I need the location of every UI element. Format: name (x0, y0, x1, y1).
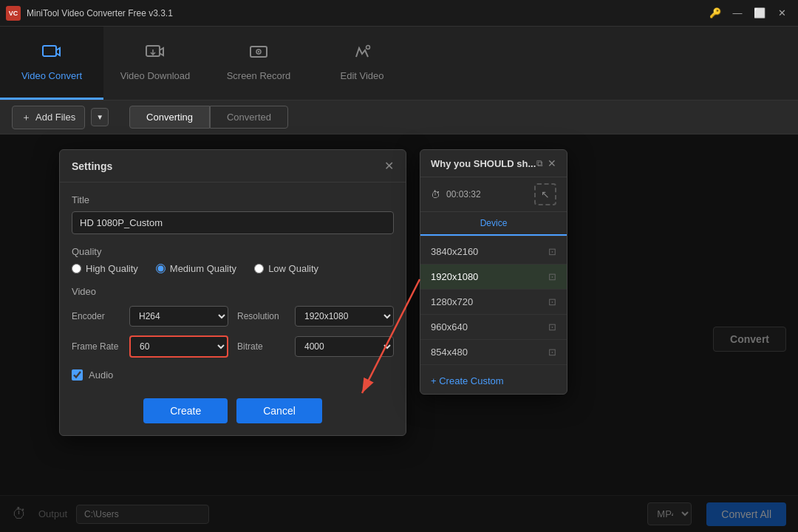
resolution-1080p-edit-icon[interactable]: ⊡ (548, 271, 556, 282)
resolution-item-640[interactable]: 960x640 ⊡ (420, 315, 567, 340)
quality-section: Quality High Quality Medium Quality Low … (72, 246, 394, 274)
encoder-select[interactable]: H264 (129, 306, 228, 327)
app-logo: VC (6, 6, 21, 21)
close-btn[interactable]: ✕ (771, 4, 792, 22)
nav-video-download-label: Video Download (120, 70, 190, 81)
toolbar: ＋ Add Files ▼ Converting Converted (0, 100, 798, 134)
resolution-4k-edit-icon[interactable]: ⊡ (548, 246, 556, 257)
tab-group: Converting Converted (129, 106, 288, 129)
cursor-icon: ↖ (541, 188, 550, 200)
format-panel-title: Why you SHOULD sh... (431, 158, 536, 169)
video-section-title: Video (72, 286, 394, 297)
bitrate-select[interactable]: 4000 (295, 336, 394, 357)
quality-high-option[interactable]: High Quality (72, 263, 138, 274)
svg-point-5 (366, 45, 370, 49)
format-tab-device[interactable]: Device (420, 212, 567, 236)
dialog-buttons: Create Cancel (72, 392, 394, 423)
resolution-720p-label: 1280x720 (431, 296, 473, 307)
resolution-list: 3840x2160 ⊡ 1920x1080 ⊡ 1280x720 ⊡ 960x6… (420, 236, 567, 368)
format-panel-close-button[interactable]: ✕ (548, 157, 556, 169)
format-panel-header: Why you SHOULD sh... ⧉ ✕ (420, 150, 567, 177)
resolution-4k-label: 3840x2160 (431, 246, 478, 257)
key-icon-btn[interactable]: 🔑 (705, 4, 726, 22)
duration-text: 00:03:32 (446, 189, 481, 200)
add-files-plus-icon: ＋ (21, 111, 31, 124)
nav-screen-record-label: Screen Record (227, 70, 291, 81)
nav-screen-record-icon (248, 44, 269, 66)
audio-checkbox[interactable] (72, 369, 83, 381)
resolution-item-4k[interactable]: 3840x2160 ⊡ (420, 239, 567, 265)
resolution-640-edit-icon[interactable]: ⊡ (548, 321, 556, 332)
add-files-dropdown-btn[interactable]: ▼ (91, 108, 109, 126)
add-files-label: Add Files (35, 112, 75, 123)
quality-options: High Quality Medium Quality Low Quality (72, 263, 394, 274)
title-section-label: Title (72, 194, 394, 205)
titlebar-controls: 🔑 — ⬜ ✕ (705, 4, 792, 22)
nav-edit-video-icon (352, 44, 372, 66)
resolution-item-480[interactable]: 854x480 ⊡ (420, 340, 567, 365)
minimize-btn[interactable]: — (727, 4, 748, 22)
nav-video-download[interactable]: Video Download (103, 27, 207, 100)
svg-rect-0 (43, 46, 56, 56)
quality-medium-label: Medium Quality (170, 263, 236, 274)
create-button[interactable]: Create (143, 398, 228, 423)
resolution-1080p-label: 1920x1080 (431, 271, 478, 282)
nav-video-convert[interactable]: Video Convert (0, 27, 103, 100)
format-panel-external-icon: ⧉ (536, 158, 543, 168)
quality-medium-option[interactable]: Medium Quality (156, 263, 236, 274)
resolution-480-label: 854x480 (431, 347, 468, 358)
resolution-select[interactable]: 1920x1080 (295, 306, 394, 327)
nav-video-download-icon (145, 44, 166, 66)
resolution-item-720p[interactable]: 1280x720 ⊡ (420, 290, 567, 315)
framerate-field-row: Frame Rate 60 (72, 335, 228, 358)
restore-btn[interactable]: ⬜ (749, 4, 770, 22)
nav-screen-record[interactable]: Screen Record (207, 27, 310, 100)
resolution-label: Resolution (237, 311, 289, 321)
tab-converting[interactable]: Converting (129, 106, 210, 129)
duration-icon: ⏱ (431, 189, 440, 200)
quality-medium-radio[interactable] (156, 264, 166, 273)
main-content: Convert Settings ✕ Title Quality High Qu… (0, 134, 798, 532)
quality-low-label: Low Quality (268, 263, 318, 274)
settings-title: Settings (72, 160, 112, 172)
resolution-480-edit-icon[interactable]: ⊡ (548, 347, 556, 358)
audio-label: Audio (89, 369, 113, 381)
audio-section: Audio (72, 369, 394, 381)
bitrate-label: Bitrate (237, 341, 289, 352)
nav-video-convert-label: Video Convert (21, 70, 82, 81)
svg-point-4 (258, 50, 259, 52)
settings-title-input[interactable] (72, 211, 394, 234)
cancel-button[interactable]: Cancel (236, 398, 322, 423)
format-panel-tabs: Device (420, 212, 567, 236)
quality-high-label: High Quality (86, 263, 138, 274)
app-title: MiniTool Video Converter Free v3.3.1 (27, 8, 705, 18)
encoder-field-row: Encoder H264 (72, 306, 228, 327)
settings-header: Settings ✕ (60, 150, 406, 183)
nav-edit-video[interactable]: Edit Video (310, 27, 414, 100)
create-custom-button[interactable]: + Create Custom (420, 368, 567, 394)
nav-video-convert-icon (41, 44, 62, 66)
framerate-select[interactable]: 60 (129, 335, 228, 358)
video-section: Video Encoder H264 Resolution 1920x1080 (72, 286, 394, 358)
nav-edit-video-label: Edit Video (340, 70, 383, 81)
format-panel: Why you SHOULD sh... ⧉ ✕ ⏱ 00:03:32 ↖ De… (420, 149, 567, 395)
resolution-720p-edit-icon[interactable]: ⊡ (548, 296, 556, 307)
quality-low-option[interactable]: Low Quality (254, 263, 318, 274)
quality-low-radio[interactable] (254, 264, 264, 273)
quality-high-radio[interactable] (72, 264, 81, 273)
nav-bar: Video Convert Video Download Screen Reco… (0, 27, 798, 100)
settings-close-button[interactable]: ✕ (384, 159, 394, 173)
bitrate-field-row: Bitrate 4000 (237, 335, 394, 358)
tab-converted[interactable]: Converted (210, 106, 288, 129)
add-files-button[interactable]: ＋ Add Files (12, 106, 85, 129)
framerate-label: Frame Rate (72, 341, 123, 352)
settings-dialog: Settings ✕ Title Quality High Quality Me… (59, 149, 406, 436)
resolution-640-label: 960x640 (431, 321, 468, 332)
resolution-item-1080p[interactable]: 1920x1080 ⊡ (420, 265, 567, 290)
video-fields: Encoder H264 Resolution 1920x1080 Frame … (72, 306, 394, 358)
encoder-label: Encoder (72, 311, 123, 321)
format-panel-video-info: ⏱ 00:03:32 ↖ (420, 177, 567, 212)
resolution-field-row: Resolution 1920x1080 (237, 306, 394, 327)
title-bar: VC MiniTool Video Converter Free v3.3.1 … (0, 0, 798, 27)
settings-body: Title Quality High Quality Medium Qualit… (60, 183, 406, 435)
